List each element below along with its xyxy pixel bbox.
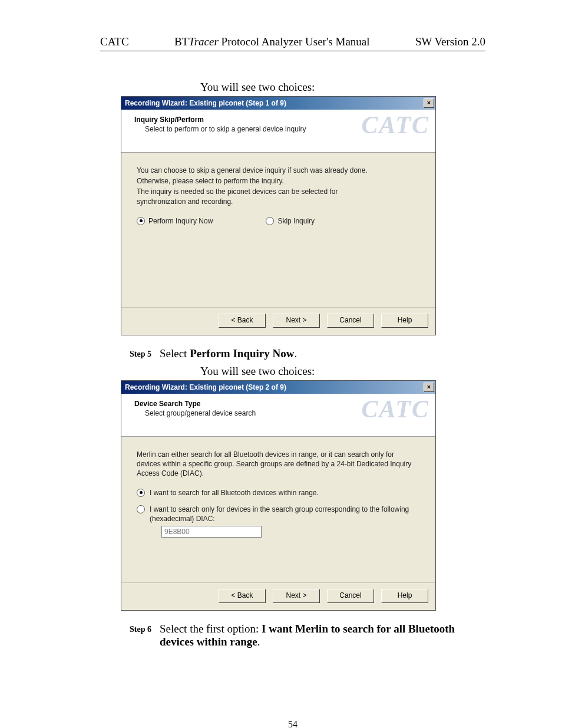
cancel-button[interactable]: Cancel — [327, 314, 374, 328]
header-right: SW Version 2.0 — [415, 35, 485, 48]
dialog1-para2: Otherwise, please select to perform the … — [137, 176, 420, 186]
radio-search-all-devices[interactable]: I want to search for all Bluetooth devic… — [137, 488, 420, 498]
dialog1-titlebar: Recording Wizard: Existing piconet (Step… — [121, 97, 435, 110]
help-button[interactable]: Help — [381, 314, 428, 328]
dialog2-banner-sub: Select group/general device search — [145, 409, 427, 417]
dialog2-body: Merlin can either search for all Bluetoo… — [121, 437, 435, 582]
intro-text-2: You will see two choices: — [200, 365, 485, 378]
diac-input[interactable] — [161, 526, 262, 538]
recording-wizard-dialog-step1: Recording Wizard: Existing piconet (Step… — [121, 96, 436, 335]
close-icon[interactable]: × — [424, 98, 434, 108]
step5-text: Select Perform Inquiry Now. — [160, 347, 485, 360]
radio-icon — [137, 217, 145, 225]
radio-diac-label: I want to search only for devices in the… — [150, 505, 420, 538]
radio-icon — [137, 489, 145, 497]
radio-search-diac-group[interactable]: I want to search only for devices in the… — [137, 505, 420, 538]
back-button[interactable]: < Back — [219, 589, 266, 603]
dialog1-title: Recording Wizard: Existing piconet (Step… — [125, 99, 286, 107]
dialog1-button-row: < Back Next > Cancel Help — [121, 307, 435, 335]
radio-skip-inquiry[interactable]: Skip Inquiry — [266, 217, 315, 225]
intro-text-1: You will see two choices: — [200, 81, 485, 94]
recording-wizard-dialog-step2: Recording Wizard: Existing piconet (Step… — [121, 380, 436, 611]
step5-line: Step 5 Select Perform Inquiry Now. — [130, 347, 485, 360]
dialog2-title: Recording Wizard: Existing piconet (Step… — [125, 383, 286, 391]
page-header: CATC BTTracer Protocol Analyzer User's M… — [100, 35, 485, 51]
dialog1-banner-sub: Select to perform or to skip a general d… — [145, 125, 427, 133]
header-center: BTTracer Protocol Analyzer User's Manual — [129, 35, 415, 48]
cancel-button[interactable]: Cancel — [327, 589, 374, 603]
step6-text: Select the first option: I want Merlin t… — [160, 622, 485, 648]
next-button[interactable]: Next > — [273, 589, 320, 603]
radio-all-label: I want to search for all Bluetooth devic… — [150, 488, 420, 498]
step5-label: Step 5 — [130, 347, 151, 360]
step6-line: Step 6 Select the first option: I want M… — [130, 622, 485, 648]
dialog1-para3: The inquiry is needed so the piconet dev… — [137, 187, 343, 206]
dialog1-para1: You can choose to skip a general device … — [137, 166, 420, 175]
dialog2-titlebar: Recording Wizard: Existing piconet (Step… — [121, 381, 435, 394]
page-number: 54 — [100, 719, 485, 728]
header-left: CATC — [100, 35, 129, 48]
radio-perform-label: Perform Inquiry Now — [148, 217, 213, 225]
dialog1-banner-title: Inquiry Skip/Perform — [134, 116, 427, 124]
close-icon[interactable]: × — [424, 383, 434, 392]
dialog1-body: You can choose to skip a general device … — [121, 153, 435, 307]
dialog2-para: Merlin can either search for all Bluetoo… — [137, 450, 419, 479]
dialog2-button-row: < Back Next > Cancel Help — [121, 582, 435, 610]
help-button[interactable]: Help — [381, 589, 428, 603]
dialog2-banner-title: Device Search Type — [134, 400, 427, 408]
radio-icon — [266, 217, 274, 225]
radio-skip-label: Skip Inquiry — [277, 217, 315, 225]
dialog1-banner: CATC Inquiry Skip/Perform Select to perf… — [121, 110, 435, 153]
next-button[interactable]: Next > — [273, 314, 320, 328]
back-button[interactable]: < Back — [219, 314, 266, 328]
radio-icon — [137, 505, 145, 513]
dialog2-banner: CATC Device Search Type Select group/gen… — [121, 394, 435, 437]
step6-label: Step 6 — [130, 622, 151, 648]
radio-perform-inquiry-now[interactable]: Perform Inquiry Now — [137, 217, 213, 225]
